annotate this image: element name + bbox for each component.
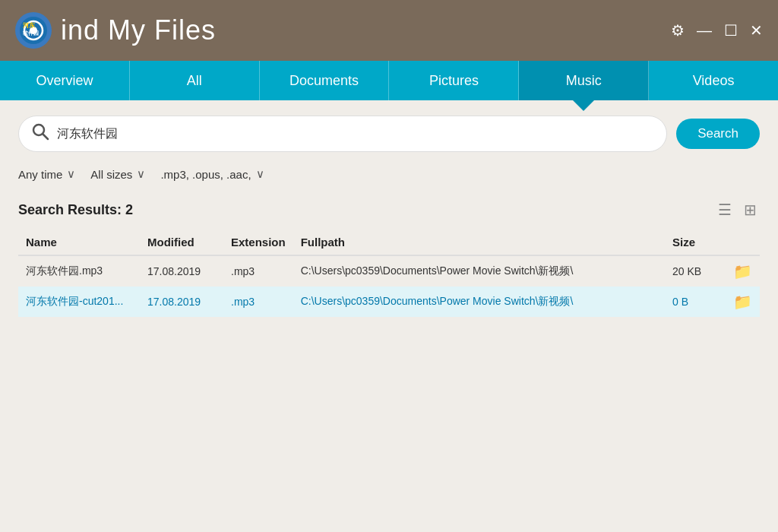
main-content: Search Any time ∨ All sizes ∨ .mp3, .opu… xyxy=(0,100,778,332)
col-header-name: Name xyxy=(18,230,140,255)
minimize-button[interactable]: — xyxy=(697,22,712,40)
settings-icon[interactable]: ⚙ xyxy=(671,21,685,40)
search-bar: Search xyxy=(18,116,760,152)
table-body: 河东软件园.mp317.08.2019.mp3C:\Users\pc0359\D… xyxy=(18,255,760,317)
maximize-button[interactable]: ☐ xyxy=(724,21,738,40)
size-filter[interactable]: All sizes ∨ xyxy=(90,164,145,184)
table-row[interactable]: 河东软件园.mp317.08.2019.mp3C:\Users\pc0359\D… xyxy=(18,255,760,287)
type-filter-label: .mp3, .opus, .aac, xyxy=(160,168,251,181)
folder-icon[interactable]: 📁 xyxy=(726,255,760,287)
grid-view-button[interactable]: ⊞ xyxy=(741,199,760,220)
type-chevron-icon: ∨ xyxy=(256,167,264,181)
col-header-modified: Modified xyxy=(140,230,223,255)
type-filter[interactable]: .mp3, .opus, .aac, ∨ xyxy=(160,164,264,184)
nav-tab-all[interactable]: All xyxy=(130,61,260,100)
size-filter-label: All sizes xyxy=(90,168,132,181)
search-button[interactable]: Search xyxy=(676,119,760,149)
title-left: 河东 软件园 ind My Files xyxy=(15,12,216,49)
svg-text:软件园: 软件园 xyxy=(22,30,39,36)
col-header-extension: Extension xyxy=(223,230,293,255)
svg-line-6 xyxy=(43,135,49,140)
table-header: Name Modified Extension Fullpath Size xyxy=(18,230,760,255)
search-icon xyxy=(31,122,49,145)
col-header-action xyxy=(726,230,760,255)
app-logo: 河东 软件园 xyxy=(15,12,52,49)
view-controls: ☰ ⊞ xyxy=(715,199,760,220)
search-input[interactable] xyxy=(57,127,654,141)
title-bar: 河东 软件园 ind My Files ⚙ — ☐ ✕ xyxy=(0,0,778,61)
nav-tab-videos[interactable]: Videos xyxy=(649,61,778,100)
time-filter-label: Any time xyxy=(18,168,62,181)
time-filter[interactable]: Any time ∨ xyxy=(18,164,75,184)
close-button[interactable]: ✕ xyxy=(750,21,763,40)
filters: Any time ∨ All sizes ∨ .mp3, .opus, .aac… xyxy=(18,164,760,184)
col-header-size: Size xyxy=(665,230,726,255)
results-header: Search Results: 2 ☰ ⊞ xyxy=(18,199,760,220)
results-title: Search Results: 2 xyxy=(18,202,133,218)
nav-tab-pictures[interactable]: Pictures xyxy=(389,61,519,100)
nav-tab-documents[interactable]: Documents xyxy=(260,61,390,100)
window-controls: ⚙ — ☐ ✕ xyxy=(671,21,763,40)
search-input-wrapper xyxy=(18,116,667,152)
svg-text:河东: 河东 xyxy=(23,21,36,29)
list-view-button[interactable]: ☰ xyxy=(715,199,735,220)
results-table: Name Modified Extension Fullpath Size 河东… xyxy=(18,230,760,317)
size-chevron-icon: ∨ xyxy=(137,167,145,181)
table-row[interactable]: 河东软件园-cut201...17.08.2019.mp3C:\Users\pc… xyxy=(18,287,760,317)
col-header-fullpath: Fullpath xyxy=(293,230,665,255)
nav-tabs: OverviewAllDocumentsPicturesMusicVideos xyxy=(0,61,778,100)
folder-icon[interactable]: 📁 xyxy=(726,287,760,317)
app-title: ind My Files xyxy=(61,14,216,46)
time-chevron-icon: ∨ xyxy=(67,167,75,181)
nav-tab-music[interactable]: Music xyxy=(519,61,649,100)
nav-tab-overview[interactable]: Overview xyxy=(0,61,130,100)
